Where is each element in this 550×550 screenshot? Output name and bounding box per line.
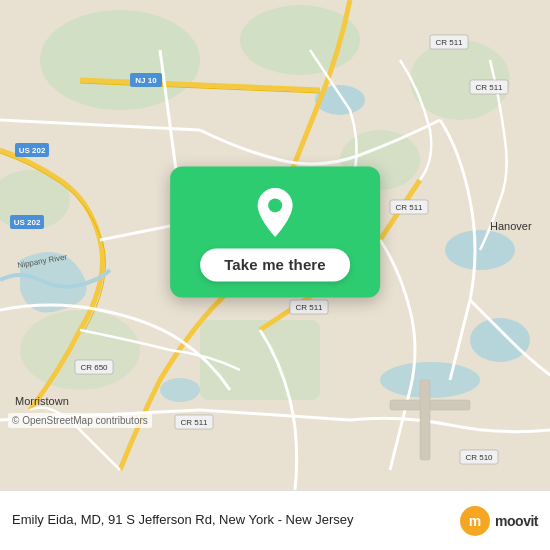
svg-point-12 (160, 378, 200, 402)
svg-text:CR 650: CR 650 (80, 363, 108, 372)
svg-text:Morristown: Morristown (15, 395, 69, 407)
svg-text:NJ 10: NJ 10 (135, 76, 157, 85)
address-text: Emily Eida, MD, 91 S Jefferson Rd, New Y… (12, 512, 451, 529)
svg-text:US 202: US 202 (14, 218, 41, 227)
svg-text:Hanover: Hanover (490, 220, 532, 232)
location-pin-icon (253, 186, 297, 238)
svg-text:CR 511: CR 511 (180, 418, 208, 427)
svg-text:CR 511: CR 511 (435, 38, 463, 47)
take-me-there-button[interactable]: Take me there (200, 248, 350, 281)
moovit-logo: m moovit (459, 505, 538, 537)
svg-text:CR 511: CR 511 (295, 303, 323, 312)
svg-point-6 (20, 310, 140, 390)
svg-point-10 (470, 318, 530, 362)
moovit-logo-icon: m (459, 505, 491, 537)
svg-rect-43 (420, 380, 430, 460)
svg-text:m: m (469, 513, 481, 529)
svg-point-45 (268, 198, 282, 212)
button-overlay: Take me there (170, 166, 380, 297)
green-card: Take me there (170, 166, 380, 297)
svg-text:CR 510: CR 510 (465, 453, 493, 462)
map-container: NJ 10 US 202 US 202 CR 511 CR 511 CR 511… (0, 0, 550, 490)
moovit-text: moovit (495, 513, 538, 529)
svg-text:CR 511: CR 511 (395, 203, 423, 212)
svg-text:CR 511: CR 511 (475, 83, 503, 92)
svg-point-1 (40, 10, 200, 110)
svg-text:US 202: US 202 (19, 146, 46, 155)
bottom-bar: Emily Eida, MD, 91 S Jefferson Rd, New Y… (0, 490, 550, 550)
map-attribution: © OpenStreetMap contributors (8, 413, 152, 428)
